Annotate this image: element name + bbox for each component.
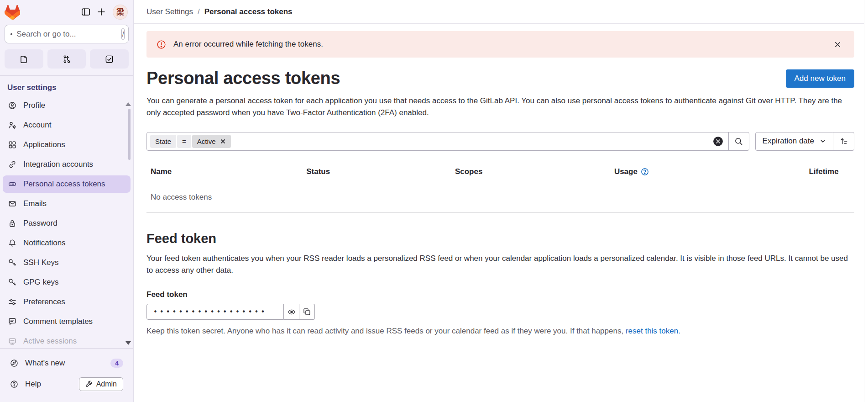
- sidebar-item-personal-access-tokens[interactable]: Personal access tokens: [3, 175, 131, 193]
- token-filter-row: State = Active: [146, 132, 854, 151]
- sort-direction-button[interactable]: [833, 132, 854, 150]
- applications-icon: [8, 141, 16, 149]
- sidebar-item-label: Personal access tokens: [23, 180, 105, 189]
- copy-token-button[interactable]: [299, 304, 315, 320]
- table-body: No access tokens: [146, 182, 854, 213]
- issues-icon: [20, 55, 28, 63]
- usage-help-icon[interactable]: [641, 168, 649, 176]
- sidebar-item-comment-templates[interactable]: Comment templates: [3, 313, 131, 330]
- sidebar-item-label: Emails: [23, 199, 47, 208]
- todo-check-icon: [105, 55, 114, 63]
- page-scrollbar-gutter[interactable]: [864, 0, 868, 402]
- sidebar-item-applications[interactable]: Applications: [3, 136, 131, 153]
- lock-icon: [8, 219, 16, 227]
- remove-filter-icon[interactable]: [220, 138, 226, 144]
- feed-token-label: Feed token: [146, 290, 854, 299]
- column-header-lifetime: Lifetime: [805, 167, 854, 176]
- error-alert: An error occurred while fetching the tok…: [146, 31, 854, 58]
- sidebar-scroll-up-arrow[interactable]: [125, 102, 131, 106]
- search-input[interactable]: [16, 30, 117, 39]
- admin-button[interactable]: Admin: [79, 377, 123, 391]
- compass-icon: [10, 359, 18, 367]
- clear-filters-button[interactable]: [708, 136, 728, 147]
- reveal-token-button[interactable]: [284, 304, 299, 320]
- sidebar-toggle-button[interactable]: [78, 4, 94, 20]
- gitlab-logo[interactable]: [5, 5, 20, 20]
- slash-shortcut-key: /: [121, 28, 125, 40]
- whats-new-label: What's new: [25, 359, 65, 368]
- feed-token-input[interactable]: [146, 304, 284, 320]
- filter-tokens-input[interactable]: State = Active: [146, 132, 749, 151]
- alert-dismiss-button[interactable]: [831, 37, 844, 51]
- breadcrumb-user-settings[interactable]: User Settings: [146, 7, 193, 16]
- sidebar-item-gpg-keys[interactable]: GPG keys: [3, 274, 131, 291]
- column-header-usage: Usage: [610, 167, 805, 176]
- sidebar-item-integration-accounts[interactable]: Integration accounts: [3, 156, 131, 173]
- access-tokens-table: Name Status Scopes Usage: [146, 162, 854, 213]
- todo-list-shortcut-button[interactable]: [90, 49, 129, 69]
- filter-operator-chip[interactable]: =: [177, 135, 191, 148]
- filter-chip-group: State = Active: [150, 135, 231, 148]
- page-title-row: Personal access tokens Add new token: [146, 69, 854, 88]
- sidebar-item-preferences[interactable]: Preferences: [3, 293, 131, 311]
- reset-token-link[interactable]: reset this token.: [626, 327, 680, 335]
- monitor-icon: [8, 337, 16, 345]
- feed-token-heading: Feed token: [146, 231, 854, 246]
- email-icon: [8, 200, 16, 208]
- sidebar-item-notifications[interactable]: Notifications: [3, 234, 131, 252]
- profile-icon: [8, 101, 16, 110]
- key-icon: [8, 259, 16, 267]
- merge-requests-shortcut-button[interactable]: [47, 49, 86, 69]
- search-icon: [734, 137, 743, 146]
- sidebar-scrollbar-thumb[interactable]: [128, 109, 131, 160]
- breadcrumb-current: Personal access tokens: [204, 7, 293, 16]
- top-bar: User Settings / Personal access tokens: [134, 0, 868, 24]
- help-item[interactable]: Help Admin: [5, 375, 129, 393]
- sidebar-item-password[interactable]: Password: [3, 215, 131, 232]
- page-title: Personal access tokens: [146, 69, 786, 88]
- super-sidebar: 梁 /: [0, 0, 134, 402]
- sidebar-section-title: User settings: [0, 76, 133, 95]
- user-avatar[interactable]: 梁: [113, 5, 128, 20]
- sidebar-item-label: Profile: [23, 101, 45, 110]
- page-body: An error occurred while fetching the tok…: [134, 24, 868, 336]
- sidebar-item-account[interactable]: Account: [3, 116, 131, 134]
- integration-icon: [8, 160, 16, 169]
- whats-new-item[interactable]: What's new 4: [5, 354, 129, 372]
- note-text: Keep this token secret. Anyone who has i…: [146, 327, 626, 335]
- whats-new-badge: 4: [110, 359, 123, 368]
- sidebar-item-label: SSH Keys: [23, 258, 58, 267]
- help-label: Help: [25, 380, 41, 389]
- column-header-name: Name: [146, 167, 302, 176]
- filter-field-chip[interactable]: State: [150, 135, 176, 148]
- sidebar-item-active-sessions[interactable]: Active sessions: [3, 333, 131, 350]
- issues-shortcut-button[interactable]: [5, 49, 43, 69]
- apply-filter-search-button[interactable]: [728, 132, 749, 150]
- sidebar-scroll-down-arrow[interactable]: [125, 341, 131, 345]
- main-content: User Settings / Personal access tokens A…: [134, 0, 868, 402]
- settings-nav: Profile Account Applications: [0, 95, 133, 350]
- sidebar-item-profile[interactable]: Profile: [3, 97, 131, 114]
- breadcrumb: User Settings / Personal access tokens: [146, 7, 293, 16]
- sidebar-item-ssh-keys[interactable]: SSH Keys: [3, 254, 131, 271]
- comment-icon: [8, 317, 16, 326]
- sort-by-dropdown[interactable]: Expiration date: [756, 132, 833, 150]
- sort-by-label: Expiration date: [763, 137, 814, 146]
- sidebar-shortcuts: [5, 49, 129, 69]
- token-icon: [8, 180, 16, 188]
- feed-token-description: Your feed token authenticates you when y…: [146, 253, 854, 277]
- filter-value-chip[interactable]: Active: [192, 135, 231, 148]
- sort-ascending-icon: [840, 137, 848, 145]
- global-search[interactable]: /: [5, 25, 129, 43]
- wrench-icon: [85, 381, 93, 388]
- feed-token-note: Keep this token secret. Anyone who has i…: [146, 327, 854, 336]
- sidebar-item-label: Account: [23, 121, 51, 130]
- chevron-down-icon: [820, 138, 826, 144]
- sidebar-bottom-section: What's new 4 Help Admin: [0, 348, 133, 402]
- sidebar-item-emails[interactable]: Emails: [3, 195, 131, 212]
- eye-icon: [288, 308, 296, 316]
- sidebar-item-label: Comment templates: [23, 317, 93, 326]
- create-new-button[interactable]: [94, 4, 109, 20]
- breadcrumb-separator: /: [198, 7, 200, 16]
- add-new-token-button[interactable]: Add new token: [786, 69, 854, 88]
